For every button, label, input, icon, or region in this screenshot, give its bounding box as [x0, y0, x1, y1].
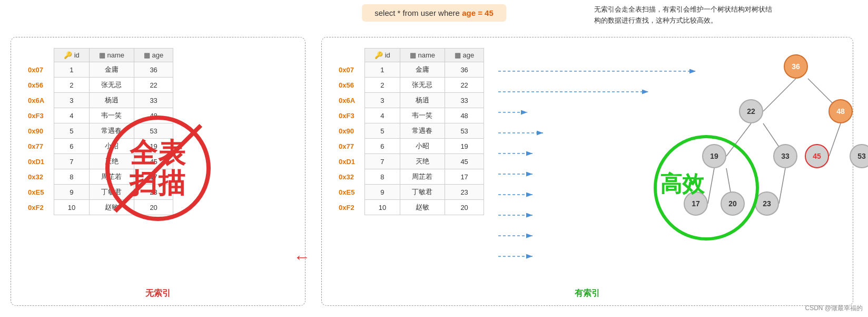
tree-node-45: 45 [805, 144, 829, 168]
cell-addr: 0xF3 [27, 108, 54, 123]
cell-name: 韦一笑 [400, 108, 445, 123]
tree-node-36: 36 [784, 54, 808, 79]
cell-age: 23 [445, 185, 484, 200]
table-row: 0x328周芷若17 [27, 169, 173, 185]
svg-line-15 [829, 123, 841, 156]
cell-addr: 0x6A [27, 93, 54, 108]
table-row: 0x776小昭19 [338, 139, 484, 154]
table-row: 0xF210赵敏20 [27, 200, 173, 215]
tree-node-22: 22 [739, 99, 763, 123]
tree-diagram: 36 22 48 19 33 45 53 17 20 23 高效 [622, 45, 843, 277]
cell-addr: 0x77 [338, 139, 365, 154]
table-row: 0xF34韦一笑48 [338, 108, 484, 123]
cell-addr: 0x32 [27, 169, 54, 185]
cell-age: 22 [445, 78, 484, 93]
table-row: 0x905常遇春53 [338, 123, 484, 139]
table-row: 0x562张无忌22 [27, 78, 173, 93]
cell-name: 韦一笑 [89, 108, 134, 123]
with-index-label: 有索引 [322, 288, 853, 299]
table-row: 0xE59丁敏君23 [338, 185, 484, 200]
cell-id: 8 [365, 169, 400, 185]
cell-name: 杨逍 [400, 93, 445, 108]
cell-name: 赵敏 [400, 200, 445, 215]
tree-node-53: 53 [850, 144, 868, 168]
cell-addr: 0xD1 [338, 154, 365, 169]
table-row: 0x071金庸36 [338, 62, 484, 78]
cell-id: 4 [365, 108, 400, 123]
cell-id: 2 [54, 78, 90, 93]
cell-id: 6 [54, 139, 90, 154]
cell-name: 小昭 [89, 139, 134, 154]
cell-age: 20 [134, 200, 173, 215]
tree-node-48: 48 [828, 99, 853, 123]
table-row: 0x6A3杨逍33 [338, 93, 484, 108]
table-row: 0x905常遇春53 [27, 123, 173, 139]
cell-addr: 0xD1 [27, 154, 54, 169]
col-header-id: 🔑 id [54, 49, 90, 62]
r-col-header-name: ▦ name [400, 49, 445, 62]
cell-id: 10 [54, 200, 90, 215]
cell-id: 7 [365, 154, 400, 169]
cell-name: 赵敏 [89, 200, 134, 215]
cell-id: 10 [365, 200, 400, 215]
cell-age: 53 [134, 123, 173, 139]
cell-age: 17 [445, 169, 484, 185]
cell-age: 36 [445, 62, 484, 78]
cell-addr: 0xE5 [27, 185, 54, 200]
cell-name: 常遇春 [89, 123, 134, 139]
cell-age: 36 [134, 62, 173, 78]
cell-addr: 0xF2 [338, 200, 365, 215]
cell-addr: 0xF2 [27, 200, 54, 215]
table-row: 0x328周芷若17 [338, 169, 484, 185]
sql-query-bar: select * from user where age = 45 [362, 4, 506, 22]
no-index-table: 🔑 id ▦ name ▦ age 0x071金庸360x562张无忌220x6… [27, 48, 173, 215]
cell-age: 19 [445, 139, 484, 154]
no-index-panel: 🔑 id ▦ name ▦ age 0x071金庸360x562张无忌220x6… [11, 37, 305, 306]
cell-id: 8 [54, 169, 90, 185]
cell-name: 常遇春 [400, 123, 445, 139]
with-index-table: 🔑 id ▦ name ▦ age 0x071金庸360x562张无忌220x6… [338, 48, 484, 215]
cell-id: 4 [54, 108, 90, 123]
cell-age: 48 [134, 108, 173, 123]
cell-id: 7 [54, 154, 90, 169]
table-row: 0x776小昭19 [27, 139, 173, 154]
cell-age: 19 [134, 139, 173, 154]
no-index-label: 无索引 [11, 288, 305, 299]
table-row: 0xF210赵敏20 [338, 200, 484, 215]
cell-age: 33 [134, 93, 173, 108]
sql-highlight: age = 45 [462, 8, 494, 17]
cell-id: 1 [365, 62, 400, 78]
cell-age: 22 [134, 78, 173, 93]
col-header-age: ▦ age [134, 49, 173, 62]
cell-name: 杨逍 [89, 93, 134, 108]
cell-id: 9 [54, 185, 90, 200]
r-col-header-age: ▦ age [445, 49, 484, 62]
cell-name: 张无忌 [89, 78, 134, 93]
cell-id: 6 [365, 139, 400, 154]
cell-name: 金庸 [400, 62, 445, 78]
table-row: 0xD17灭绝45 [338, 154, 484, 169]
cell-name: 周芷若 [400, 169, 445, 185]
cell-age: 48 [445, 108, 484, 123]
cell-id: 3 [54, 93, 90, 108]
cell-name: 丁敏君 [400, 185, 445, 200]
cell-age: 45 [134, 154, 173, 169]
table-row: 0xD17灭绝45 [27, 154, 173, 169]
description-text: 无索引会走全表扫描，有索引会维护一个树状结构对树状结构的数据进行查找，这种方式比… [594, 4, 773, 26]
cell-addr: 0x07 [338, 62, 365, 78]
sql-prefix: select * from user where [374, 8, 462, 17]
cell-id: 5 [54, 123, 90, 139]
cell-name: 丁敏君 [89, 185, 134, 200]
with-index-panel: 🔑 id ▦ name ▦ age 0x071金庸360x562张无忌220x6… [321, 37, 853, 306]
cell-name: 张无忌 [400, 78, 445, 93]
tree-node-33: 33 [773, 144, 797, 168]
cell-addr: 0x90 [338, 123, 365, 139]
cell-addr: 0x07 [27, 62, 54, 78]
r-col-header-id: 🔑 id [365, 49, 400, 62]
cell-id: 1 [54, 62, 90, 78]
cell-addr: 0x32 [338, 169, 365, 185]
cell-id: 3 [365, 93, 400, 108]
table-row: 0x562张无忌22 [338, 78, 484, 93]
watermark: CSDN @做最幸福的 [805, 304, 863, 313]
svg-line-11 [763, 79, 796, 111]
